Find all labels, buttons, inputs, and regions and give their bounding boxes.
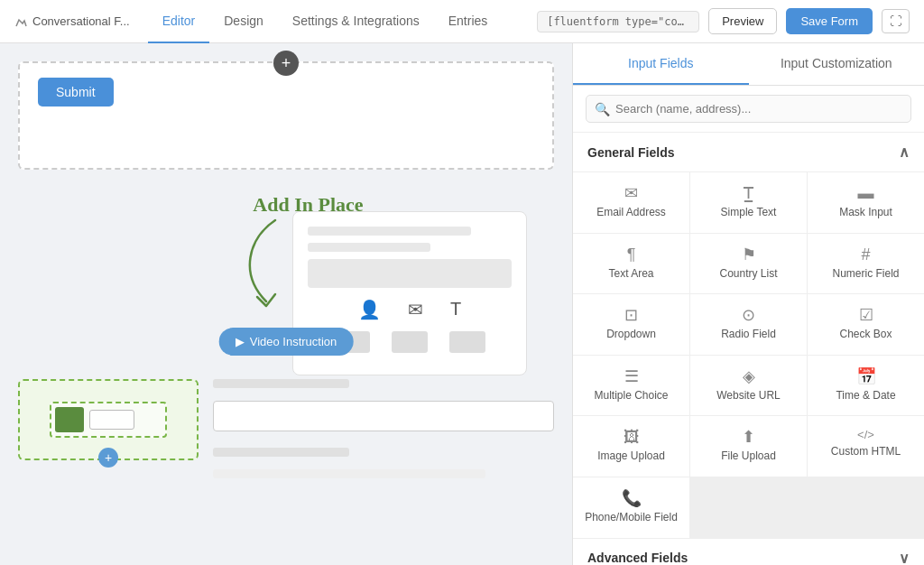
simple-text-label: Simple Text [721, 206, 777, 220]
editor-area: + Submit Add In Place 👤 ✉ T [0, 43, 572, 565]
brand-icon [14, 15, 27, 28]
general-fields-section-header[interactable]: General Fields ∧ [573, 133, 924, 172]
radio-label: Radio Field [721, 328, 776, 342]
text-area-label: Text Area [608, 267, 653, 282]
drop-green-block [55, 407, 84, 432]
expand-button[interactable]: ⛶ [882, 9, 910, 33]
tab-entries[interactable]: Entries [434, 0, 503, 43]
email-address-icon: ✉ [624, 185, 638, 201]
time-date-icon: 📅 [856, 368, 876, 384]
field-mock-label-2 [213, 448, 349, 457]
field-custom-html[interactable]: </> Custom HTML [808, 416, 924, 477]
numeric-icon: # [861, 246, 870, 263]
field-mock-label [213, 379, 349, 388]
preview-button[interactable]: Preview [708, 8, 777, 34]
field-file-upload[interactable]: ⬆ File Upload [690, 416, 807, 477]
checkbox-icon: ☑ [859, 307, 873, 323]
video-btn-label: Video Instruction [250, 335, 337, 348]
field-mock-line [213, 469, 485, 478]
field-time-date[interactable]: 📅 Time & Date [808, 356, 924, 416]
mock-small-3 [449, 331, 485, 353]
general-fields-chevron: ∧ [899, 144, 910, 161]
main-layout: + Submit Add In Place 👤 ✉ T [0, 43, 924, 565]
field-mask-input[interactable]: ▬ Mask Input [808, 172, 924, 233]
numeric-label: Numeric Field [832, 267, 899, 282]
mock-person-icon: 👤 [358, 299, 381, 320]
tab-design[interactable]: Design [209, 0, 278, 43]
code-snippet[interactable]: [fluentform type="conver [537, 11, 699, 32]
field-text-area[interactable]: ¶ Text Area [573, 234, 689, 294]
file-upload-label: File Upload [721, 449, 776, 464]
field-mock-input-box[interactable] [213, 401, 554, 431]
dropdown-icon: ⊡ [624, 307, 638, 323]
panel-tabs: Input Fields Input Customization [573, 43, 924, 86]
add-field-circle[interactable]: + [273, 51, 299, 76]
field-multiple-choice[interactable]: ☰ Multiple Choice [573, 356, 689, 416]
right-panel: Input Fields Input Customization 🔍 Gener… [572, 43, 924, 565]
field-simple-text[interactable]: T̲ Simple Text [690, 172, 807, 233]
field-checkbox[interactable]: ☑ Check Box [808, 294, 924, 355]
mock-textarea [308, 259, 512, 288]
illustration-area: Add In Place 👤 ✉ T [18, 184, 554, 365]
country-list-icon: ⚑ [742, 246, 756, 263]
panel-search-area: 🔍 [573, 86, 924, 133]
field-numeric[interactable]: # Numeric Field [808, 234, 924, 294]
advanced-fields-section-header[interactable]: Advanced Fields ∨ [573, 539, 924, 565]
panel-content: General Fields ∧ ✉ Email Address T̲ Simp… [573, 133, 924, 565]
field-phone[interactable]: 📞 Phone/Mobile Field [573, 477, 689, 538]
mock-icons-row: 👤 ✉ T [308, 299, 512, 320]
save-button[interactable]: Save Form [786, 8, 873, 34]
tab-input-fields[interactable]: Input Fields [573, 43, 749, 85]
form-field-mock [213, 379, 554, 478]
mock-input-1 [308, 227, 471, 236]
search-input[interactable] [586, 95, 911, 123]
website-url-icon: ◈ [743, 368, 755, 384]
video-instruction-button[interactable]: ▶ Video Instruction [219, 328, 354, 356]
field-image-upload[interactable]: 🖼 Image Upload [573, 416, 689, 477]
image-upload-label: Image Upload [597, 449, 665, 464]
brand-logo[interactable]: Conversational F... [14, 14, 130, 28]
mask-input-label: Mask Input [839, 206, 892, 220]
mock-input-2 [308, 243, 430, 252]
drop-zone[interactable]: + [18, 379, 199, 460]
custom-html-label: Custom HTML [831, 445, 901, 459]
brand-name: Conversational F... [32, 14, 130, 28]
field-email-address[interactable]: ✉ Email Address [573, 172, 689, 233]
field-dropdown[interactable]: ⊡ Dropdown [573, 294, 689, 355]
drop-white-block [89, 410, 134, 430]
general-fields-grid: ✉ Email Address T̲ Simple Text ▬ Mask In… [573, 172, 924, 539]
checkbox-label: Check Box [839, 328, 892, 342]
search-wrap: 🔍 [586, 95, 911, 123]
advanced-fields-title: Advanced Fields [587, 551, 688, 565]
mask-input-icon: ▬ [858, 185, 874, 201]
top-navigation: Conversational F... Editor Design Settin… [0, 0, 924, 43]
tab-input-customization[interactable]: Input Customization [749, 43, 925, 85]
top-canvas[interactable]: + Submit [18, 61, 554, 170]
mock-email-icon: ✉ [408, 299, 423, 320]
topnav-actions: [fluentform type="conver Preview Save Fo… [537, 8, 910, 34]
submit-button[interactable]: Submit [38, 78, 114, 107]
drop-inner [50, 402, 167, 438]
tab-settings[interactable]: Settings & Integrations [278, 0, 434, 43]
simple-text-icon: T̲ [744, 185, 753, 201]
nav-tabs: Editor Design Settings & Integrations En… [148, 0, 538, 43]
file-upload-icon: ⬆ [742, 429, 755, 445]
advanced-fields-chevron: ∨ [899, 550, 910, 565]
drop-add-circle[interactable]: + [98, 448, 118, 468]
phone-label: Phone/Mobile Field [585, 511, 678, 525]
dropdown-label: Dropdown [606, 328, 656, 342]
time-date-label: Time & Date [836, 389, 895, 403]
field-radio[interactable]: ⊙ Radio Field [690, 294, 807, 355]
phone-icon: 📞 [622, 490, 642, 506]
bottom-section: + [18, 379, 554, 478]
text-area-icon: ¶ [627, 246, 636, 263]
multiple-choice-label: Multiple Choice [594, 389, 668, 403]
field-website-url[interactable]: ◈ Website URL [690, 356, 807, 416]
general-fields-title: General Fields [587, 145, 674, 160]
mock-text-icon: T [450, 299, 461, 320]
search-icon: 🔍 [595, 102, 610, 116]
custom-html-icon: </> [857, 429, 874, 440]
tab-editor[interactable]: Editor [148, 0, 210, 43]
field-country-list[interactable]: ⚑ Country List [690, 234, 807, 294]
email-address-label: Email Address [596, 206, 666, 220]
